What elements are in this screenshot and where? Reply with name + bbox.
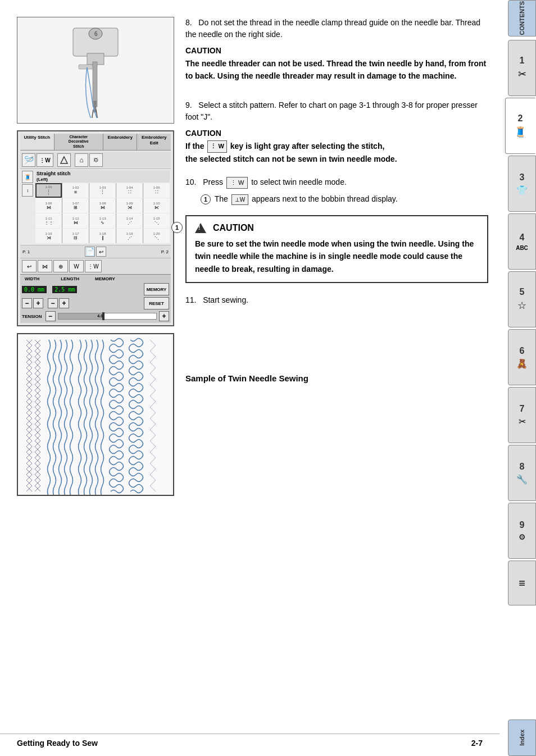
tab-4-icon: ABC [516, 245, 528, 251]
twin-needle-key-inline: ⋮ W [207, 140, 226, 153]
memory-btn[interactable]: MEMORY [144, 283, 169, 295]
annotation-circle-1: 1 [171, 222, 183, 233]
auto-btn[interactable]: ⊕ [53, 260, 68, 272]
tension-plus-btn[interactable]: + [159, 311, 169, 321]
stitch-1-08[interactable]: 1-08⋈ [89, 198, 116, 213]
tab-7-icon: ✂ [519, 416, 526, 427]
stitch-cell-1-04[interactable]: 1-04 ∷ [116, 183, 143, 198]
twin-btn2[interactable]: ⋮W [85, 260, 102, 272]
stitch-1-09[interactable]: 1-09⋊ [116, 198, 143, 213]
tab-4-number: 4 [520, 233, 525, 243]
tension-slider[interactable]: 4.0 [58, 313, 157, 320]
tab-1-icon: ✂ [518, 68, 526, 80]
mirror-btn[interactable] [57, 153, 71, 167]
index-tab[interactable]: Index [508, 719, 536, 756]
stitch-1-20[interactable]: 1-20⋱ [143, 229, 170, 243]
width-minus-btn[interactable]: − [22, 298, 32, 308]
stitch-1-06[interactable]: 1-06⋈ [35, 198, 62, 213]
length-plus-btn[interactable]: + [59, 298, 69, 308]
page-icon-btn[interactable]: 📄 [85, 247, 95, 257]
svg-rect-8 [79, 65, 93, 69]
sidebar: CONTENTS 1 ✂ 2 🧵 3 👕 4 ABC 5 ☆ 6 🧸 7 ✂ 8… [501, 0, 536, 756]
stitch-1-07[interactable]: 1-07⊞ [62, 198, 89, 213]
step-8-text: 8. Do not set the thread in the needle c… [185, 17, 488, 40]
stitch-1-19[interactable]: 1-19⋰ [116, 229, 143, 243]
caution-2-header: CAUTION [185, 129, 488, 138]
sidebar-tab-8[interactable]: 8 🔧 [508, 445, 536, 501]
tab-9-icon: ⚙ [519, 532, 526, 541]
stitch-1-15[interactable]: 1-15⋱ [143, 213, 170, 228]
stitch-1-18[interactable]: 1-18∥ [89, 229, 116, 243]
stitch-1-13[interactable]: 1-13∿ [89, 213, 116, 228]
sidebar-tab-6[interactable]: 6 🧸 [508, 329, 536, 385]
content-columns: 6 Utili [17, 17, 488, 496]
bobbin-icon-btn[interactable]: 🪡 [22, 153, 35, 167]
twin-btn-bottom[interactable]: W [69, 260, 84, 272]
stitch-cell-1-05[interactable]: 1-05 ∷ [143, 183, 170, 198]
svg-rect-10 [18, 334, 164, 496]
screen-tab-edit[interactable]: EmbroideryEdit [137, 134, 171, 150]
step-10-text: 10. Press ⋮ W to select twin needle mode… [185, 176, 488, 189]
notes-tab[interactable]: ≡ [508, 561, 536, 605]
svg-line-6 [92, 110, 93, 118]
footer-page: 2-7 [471, 739, 483, 748]
sidebar-tab-7[interactable]: 7 ✂ [508, 387, 536, 443]
notes-icon: ≡ [519, 577, 525, 590]
tension-minus-btn[interactable]: − [46, 311, 56, 321]
step-10-sub: 1 The ⊥W appears next to the bobbin thre… [199, 193, 488, 205]
length-minus-btn[interactable]: − [48, 298, 58, 308]
stitch-1-10[interactable]: 1-10⋉ [143, 198, 170, 213]
sidebar-tab-2[interactable]: 2 🧵 [505, 98, 536, 154]
width-display: 0.0 mm [22, 286, 47, 293]
sidebar-tab-3[interactable]: 3 👕 [508, 156, 536, 212]
reset-btn[interactable]: RESET [144, 297, 169, 309]
sidebar-tab-5[interactable]: 5 ☆ [508, 271, 536, 327]
width-plus-btn[interactable]: + [33, 298, 43, 308]
screen-tab-character[interactable]: CharacterDecorativeStitch [54, 134, 103, 150]
stitch-1-11[interactable]: 1-11⋮⋮ [35, 213, 62, 228]
icon-needle[interactable]: ↕ [22, 184, 33, 197]
tab-5-icon: ☆ [517, 299, 526, 312]
tab-1-number: 1 [520, 56, 525, 66]
sidebar-tab-1[interactable]: 1 ✂ [508, 40, 536, 96]
settings-btn[interactable]: ⛭ [89, 153, 103, 167]
width-length-controls: WIDTH LENGTH MEMORY 0.0 mm 2.5 mm MEMORY [20, 274, 171, 323]
press-btn-inline: ⋮ W [226, 177, 248, 189]
contents-label: CONTENTS [519, 1, 525, 35]
screen-tab-embroidery[interactable]: Embroidery [103, 134, 138, 150]
screen-icons-row: 🪡 ⋮W ⌂ ⛭ [20, 152, 171, 169]
stitch-grid-row4: 1-16⋊ 1-17⊟ 1-18∥ 1-19⋰ 1-20⋱ [35, 229, 170, 243]
circle-1: 1 [201, 194, 211, 204]
screen-tab-utility[interactable]: Utility Stitch [20, 134, 54, 150]
stitch-1-14[interactable]: 1-14⋰ [116, 213, 143, 228]
sidebar-tab-4[interactable]: 4 ABC [508, 213, 536, 270]
caution-2-text: If the ⋮ W key is light gray after selec… [185, 140, 488, 165]
tab-7-number: 7 [520, 404, 525, 414]
sidebar-tab-9[interactable]: 9 ⚙ [508, 503, 536, 559]
tab-2-icon: 🧵 [514, 126, 526, 138]
page-back-btn[interactable]: ↩ [96, 247, 106, 257]
twin-needle-btn[interactable]: ⋮W [37, 153, 53, 167]
stitch-cell-1-02[interactable]: 1-02 ≡ [62, 183, 89, 198]
sample-sewing-box [17, 333, 174, 496]
needle-image-box: 6 [17, 17, 174, 124]
icon-spool[interactable]: 🧵 [22, 171, 33, 183]
stitch-1-16[interactable]: 1-16⋊ [35, 229, 62, 243]
main-content: 6 Utili [0, 0, 499, 507]
stitch-name: Straight stitch (Left) [35, 170, 170, 183]
back-stitch-btn[interactable]: ↩ [22, 260, 37, 272]
tab-6-icon: 🧸 [516, 358, 528, 369]
caution-box-header: ! CAUTION [195, 223, 479, 233]
stitch-cell-selected[interactable]: 1-01 ⋮ [35, 183, 62, 198]
tab-3-number: 3 [520, 172, 525, 183]
contents-tab[interactable]: CONTENTS [508, 0, 536, 37]
tab-8-icon: 🔧 [516, 474, 528, 485]
stitch-1-17[interactable]: 1-17⊟ [62, 229, 89, 243]
lock-stitch-btn[interactable]: ⋈ [38, 260, 52, 272]
home-btn[interactable]: ⌂ [75, 153, 88, 167]
stitch-cell-1-03[interactable]: 1-03 ⋮ [89, 183, 116, 198]
sample-label-container: Sample of Twin Needle Sewing [185, 374, 488, 383]
stitch-1-12[interactable]: 1-12⋈ [62, 213, 89, 228]
width-buttons-row: − + − + RESET [22, 297, 169, 309]
tab-8-number: 8 [520, 462, 525, 472]
